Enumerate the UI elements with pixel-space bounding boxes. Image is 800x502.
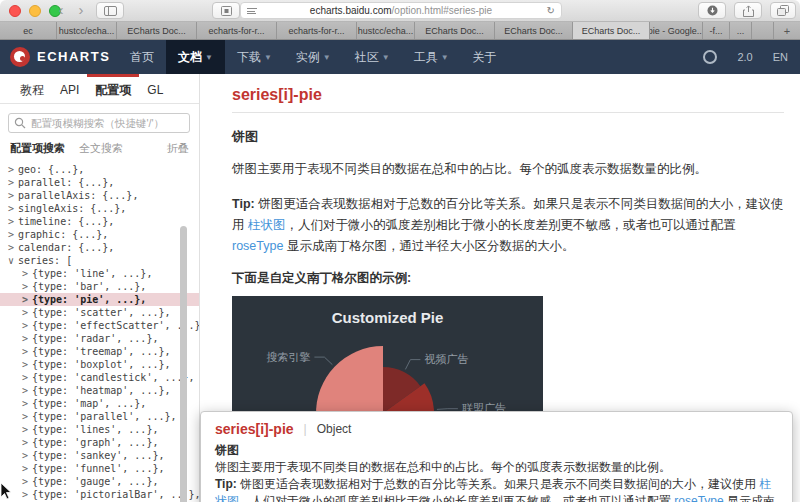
browser-tab[interactable]: ECharts Doc... [495,22,573,39]
mode-fulltext-search[interactable]: 全文搜索 [79,141,123,156]
browser-tab[interactable]: pie - Google... [650,22,703,39]
collapse-button[interactable]: 折叠 [167,141,189,156]
browser-tab[interactable]: ... [730,22,752,39]
option-search-input[interactable] [8,113,190,133]
bar-chart-link[interactable]: 柱状图 [248,218,286,232]
tree-item[interactable]: >timeline: {...}, [0,215,199,228]
brand-name[interactable]: ECHARTS [37,49,110,64]
tree-item[interactable]: >{type: 'radar', ...}, [0,332,199,345]
tree-item[interactable]: >{type: 'candlestick', ...}, [0,371,199,384]
tree-toggle-icon[interactable]: ∨ [8,254,18,267]
tree-toggle-icon[interactable]: > [22,384,32,397]
sidebar-tab-教程[interactable]: 教程 [12,74,52,103]
mode-option-search[interactable]: 配置项搜索 [10,141,65,156]
tree-item[interactable]: >singleAxis: {...}, [0,202,199,215]
tree-item[interactable]: >{type: 'parallel', ...}, [0,410,199,423]
tree-toggle-icon[interactable]: > [22,462,32,475]
tree-toggle-icon[interactable]: > [8,202,18,215]
tree-item[interactable]: >{type: 'treemap', ...}, [0,345,199,358]
tree-item[interactable]: >{type: 'lines', ...}, [0,423,199,436]
tree-item[interactable]: >{type: 'boxplot', ...}, [0,358,199,371]
tree-toggle-icon[interactable]: > [8,176,18,189]
browser-tab[interactable]: ECharts Doc... [573,22,650,39]
tree-toggle-icon[interactable]: > [8,228,18,241]
tree-item[interactable]: ∨series: [ [0,254,199,267]
back-button[interactable]: ‹ [54,1,68,18]
tree-item[interactable]: >parallel: {...}, [0,176,199,189]
nav-item-实例[interactable]: 实例▼ [284,40,343,74]
browser-tab[interactable]: echarts-for-r... [197,22,277,39]
echarts-logo-icon[interactable] [10,47,30,67]
tree-toggle-icon[interactable]: > [22,475,32,488]
close-window-button[interactable] [9,5,21,17]
nav-item-下载[interactable]: 下载▼ [225,40,284,74]
browser-tab[interactable]: echarts-for-r... [277,22,357,39]
nav-item-社区[interactable]: 社区▼ [343,40,402,74]
refresh-icon[interactable]: ↻ [547,5,555,16]
tree-toggle-icon[interactable]: > [22,280,32,293]
tree-item[interactable]: >geo: {...}, [0,163,199,176]
minimize-window-button[interactable] [29,5,41,17]
browser-tab[interactable]: -f... [703,22,730,39]
tree-item[interactable]: >{type: 'pictorialBar', ...}, [0,488,199,501]
tree-item[interactable]: >{type: 'scatter', ...}, [0,306,199,319]
tree-toggle-icon[interactable]: > [22,397,32,410]
tree-item[interactable]: >{type: 'effectScatter', ...}, [0,319,199,332]
version-switch[interactable]: 2.0 [737,51,752,63]
tree-toggle-icon[interactable]: > [22,410,32,423]
popup-rosetype-link[interactable]: roseType [674,494,723,502]
reader-icon[interactable] [247,8,257,15]
forward-button[interactable]: › [74,1,88,18]
tree-toggle-icon[interactable]: > [8,163,18,176]
tree-item[interactable]: >{type: 'map', ...}, [0,397,199,410]
tree-toggle-icon[interactable]: > [22,293,32,306]
tree-item[interactable]: >{type: 'heatmap', ...}, [0,384,199,397]
tree-item[interactable]: >{type: 'funnel', ...}, [0,462,199,475]
sidebar-tab-API[interactable]: API [52,74,87,103]
sidebar-tab-GL[interactable]: GL [139,74,171,103]
browser-tab[interactable]: ECharts Doc... [117,22,197,39]
tree-item[interactable]: >{type: 'line', ...}, [0,267,199,280]
nav-item-文档[interactable]: 文档▼ [166,40,225,74]
nav-item-工具[interactable]: 工具▼ [402,40,461,74]
downloads-button[interactable] [698,2,726,19]
tree-item[interactable]: >graphic: {...}, [0,228,199,241]
tree-toggle-icon[interactable]: > [8,241,18,254]
tree-toggle-icon[interactable]: > [22,449,32,462]
browser-tab[interactable]: ec [0,22,57,39]
tree-item[interactable]: >calendar: {...}, [0,241,199,254]
tree-toggle-icon[interactable]: > [22,332,32,345]
tree-item[interactable]: >{type: 'bar', ...}, [0,280,199,293]
address-bar[interactable]: echarts.baidu.com/option.html#series-pie… [240,2,562,19]
nav-item-首页[interactable]: 首页 [118,40,166,74]
tree-toggle-icon[interactable]: > [8,215,18,228]
browser-tab[interactable]: ECharts Doc... [415,22,495,39]
share-button[interactable] [734,2,762,19]
sidebar-tab-配置项[interactable]: 配置项 [87,74,139,103]
tree-toggle-icon[interactable]: > [22,345,32,358]
tree-toggle-icon[interactable]: > [22,358,32,371]
tree-item[interactable]: >{type: 'pie', ...}, [0,293,199,306]
tree-toggle-icon[interactable]: > [8,189,18,202]
tree-toggle-icon[interactable]: > [22,436,32,449]
browser-tab[interactable] [752,22,774,39]
frame-page-button[interactable] [212,2,240,19]
tree-toggle-icon[interactable]: > [22,371,32,384]
pie-slice-5[interactable] [316,346,383,416]
rosetype-link[interactable]: roseType [232,239,283,253]
tab-overview-button[interactable] [770,2,796,19]
sidebar-scrollbar[interactable] [180,226,187,502]
github-icon[interactable] [703,50,717,64]
tree-item[interactable]: >{type: 'graph', ...}, [0,436,199,449]
tree-toggle-icon[interactable]: > [22,488,32,501]
sidebar-toggle-button[interactable] [96,2,124,19]
new-tab-button[interactable]: + [774,22,800,39]
tree-toggle-icon[interactable]: > [22,319,32,332]
nav-item-关于[interactable]: 关于 [461,40,509,74]
tree-toggle-icon[interactable]: > [22,267,32,280]
tree-toggle-icon[interactable]: > [22,306,32,319]
language-switch[interactable]: EN [773,51,788,63]
tree-item[interactable]: >{type: 'gauge', ...}, [0,475,199,488]
tree-item[interactable]: >parallelAxis: {...}, [0,189,199,202]
tree-toggle-icon[interactable]: > [22,423,32,436]
